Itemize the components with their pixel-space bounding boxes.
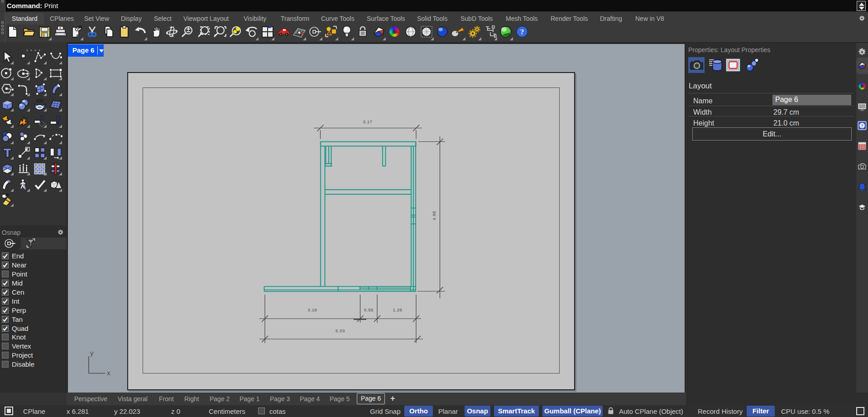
- svg-text:x: x: [107, 369, 110, 377]
- svg-text:?: ?: [861, 123, 863, 128]
- svg-text:0.56: 0.56: [364, 307, 374, 312]
- svg-text:3.18: 3.18: [308, 307, 317, 312]
- svg-text:4.96: 4.96: [432, 211, 436, 220]
- svg-text:3.17: 3.17: [363, 119, 373, 124]
- svg-text:?: ?: [520, 28, 524, 36]
- svg-text:1.29: 1.29: [393, 307, 403, 312]
- svg-text:5.03: 5.03: [336, 328, 345, 333]
- svg-text:y: y: [90, 351, 94, 357]
